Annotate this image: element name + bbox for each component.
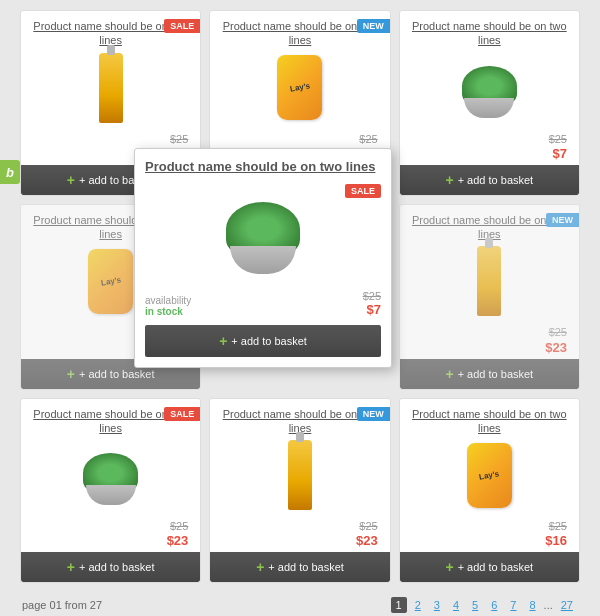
add-to-basket-btn-8[interactable]: + + add to basket	[210, 552, 389, 582]
badge-sale-1: SALE	[164, 19, 200, 33]
plus-icon-9: +	[445, 559, 453, 575]
price-sale-7: $23	[29, 533, 188, 550]
price-area-7: $25 $23	[29, 515, 192, 552]
page-num-2[interactable]: 2	[410, 597, 426, 613]
page-info: page 01 from 27	[22, 599, 102, 611]
page-num-27[interactable]: 27	[556, 597, 578, 613]
plus-icon-6: +	[445, 366, 453, 382]
add-label-9: + add to basket	[458, 561, 534, 573]
popup-product-name: Product name should be on two lines	[145, 159, 381, 176]
badge-sale-7: SALE	[164, 407, 200, 421]
product-image-3	[408, 48, 571, 128]
add-label-7: + add to basket	[79, 561, 155, 573]
popup-plus-icon: +	[219, 333, 227, 349]
popup-price-original: $25	[363, 290, 381, 302]
badge-new-2: NEW	[357, 19, 390, 33]
pagination-bar: page 01 from 27 1 2 3 4 5 6 7 8 ... 27	[20, 597, 580, 613]
price-sale-9: $16	[408, 533, 567, 550]
popup-badge: SALE	[345, 184, 381, 198]
price-original-6: $25	[408, 325, 567, 339]
add-label-3: + add to basket	[458, 174, 534, 186]
price-area-6: $25 $23	[408, 321, 571, 358]
product-popup: Product name should be on two lines SALE…	[134, 148, 392, 368]
product-card-9: Product name should be on two lines $25 …	[399, 398, 580, 584]
plus-icon-8: +	[256, 559, 264, 575]
price-area-3: $25 $7	[408, 128, 571, 165]
price-original-7: $25	[29, 519, 188, 533]
side-bookmark[interactable]	[0, 160, 20, 184]
popup-image-area: SALE	[145, 184, 381, 284]
page-num-6[interactable]: 6	[486, 597, 502, 613]
popup-price-area: $25 $7	[363, 290, 381, 317]
product-card-6: Product name should be on two lines NEW …	[399, 204, 580, 390]
add-to-basket-btn-3[interactable]: + + add to basket	[400, 165, 579, 195]
product-card-3: Product name should be on two lines $25 …	[399, 10, 580, 196]
price-area-9: $25 $16	[408, 515, 571, 552]
price-original-8: $25	[218, 519, 377, 533]
add-to-basket-btn-6[interactable]: + + add to basket	[400, 359, 579, 389]
price-original-3: $25	[408, 132, 567, 146]
product-image-2	[218, 48, 381, 128]
popup-add-to-basket-btn[interactable]: + + add to basket	[145, 325, 381, 357]
product-image-1	[29, 48, 192, 128]
plus-icon-1: +	[67, 172, 75, 188]
popup-price-sale: $7	[363, 302, 381, 317]
page-num-5[interactable]: 5	[467, 597, 483, 613]
popup-bottom-row: availability in stock $25 $7	[145, 290, 381, 317]
price-sale-3: $7	[408, 146, 567, 163]
popup-add-label: + add to basket	[231, 335, 307, 347]
product-image-6	[408, 241, 571, 321]
price-sale-8: $23	[218, 533, 377, 550]
page-num-4[interactable]: 4	[448, 597, 464, 613]
product-image-9	[408, 435, 571, 515]
price-sale-6: $23	[408, 340, 567, 357]
page-num-1[interactable]: 1	[391, 597, 407, 613]
product-name-9: Product name should be on two lines	[408, 407, 571, 436]
price-original-1: $25	[29, 132, 188, 146]
price-original-9: $25	[408, 519, 567, 533]
price-area-8: $25 $23	[218, 515, 381, 552]
product-image-7	[29, 435, 192, 515]
add-label-4: + add to basket	[79, 368, 155, 380]
product-card-7: Product name should be on two lines SALE…	[20, 398, 201, 584]
product-image-8	[218, 435, 381, 515]
price-original-2: $25	[218, 132, 377, 146]
add-to-basket-btn-9[interactable]: + + add to basket	[400, 552, 579, 582]
plus-icon-3: +	[445, 172, 453, 188]
popup-availability: availability in stock	[145, 295, 191, 317]
add-label-8: + add to basket	[268, 561, 344, 573]
add-label-6: + add to basket	[458, 368, 534, 380]
page-numbers: 1 2 3 4 5 6 7 8 ... 27	[391, 597, 578, 613]
product-name-3: Product name should be on two lines	[408, 19, 571, 48]
badge-new-8: NEW	[357, 407, 390, 421]
avail-value: in stock	[145, 306, 183, 317]
plus-icon-4: +	[67, 366, 75, 382]
page-dots: ...	[544, 599, 553, 611]
plus-icon-7: +	[67, 559, 75, 575]
page-num-3[interactable]: 3	[429, 597, 445, 613]
page-num-8[interactable]: 8	[524, 597, 540, 613]
avail-label: availability	[145, 295, 191, 306]
add-to-basket-btn-7[interactable]: + + add to basket	[21, 552, 200, 582]
badge-new-6: NEW	[546, 213, 579, 227]
page-num-7[interactable]: 7	[505, 597, 521, 613]
product-card-8: Product name should be on two lines NEW …	[209, 398, 390, 584]
